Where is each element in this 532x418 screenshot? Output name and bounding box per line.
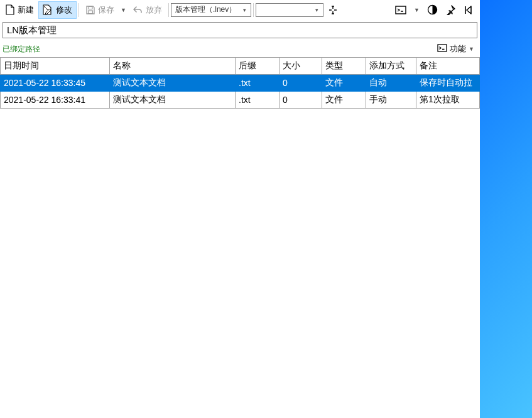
cell-datetime: 2021-05-22 16:33:45: [1, 75, 110, 92]
chevron-down-icon: ▾: [241, 7, 249, 13]
version-table: 日期时间 名称 后缀 大小 类型 添加方式 备注 2021-05-22 16:3…: [0, 57, 480, 109]
function-label: 功能: [450, 43, 466, 55]
terminal-icon: [395, 6, 406, 14]
search-dropdown[interactable]: ▾: [256, 3, 323, 17]
cell-ext: .txt: [236, 92, 280, 109]
app-window: 新建 修改 保存 ▼: [0, 0, 480, 418]
discard-label: 放弃: [146, 4, 162, 16]
toolbar-separator: [168, 3, 169, 17]
save-icon: [85, 5, 95, 15]
version-table-container: 日期时间 名称 后缀 大小 类型 添加方式 备注 2021-05-22 16:3…: [0, 57, 480, 418]
col-add-mode[interactable]: 添加方式: [366, 58, 416, 75]
desktop-background: [480, 0, 532, 418]
terminal-button[interactable]: [391, 1, 410, 19]
table-row[interactable]: 2021-05-22 16:33:41测试文本文档.txt0文件手动第1次拉取: [1, 92, 480, 109]
col-remark[interactable]: 备注: [416, 58, 480, 75]
edit-label: 修改: [56, 4, 72, 16]
undo-icon: [133, 5, 143, 14]
bound-path-status: 已绑定路径: [3, 44, 40, 55]
file-icon: [6, 4, 15, 15]
col-datetime[interactable]: 日期时间: [1, 58, 110, 75]
title-input-row: [0, 19, 480, 41]
pin-icon: [445, 4, 456, 15]
col-size[interactable]: 大小: [280, 58, 322, 75]
function-menu-button[interactable]: 功能 ▼: [434, 41, 477, 56]
skip-start-icon: [464, 5, 472, 15]
save-dropdown-arrow[interactable]: ▼: [119, 1, 128, 19]
contrast-button[interactable]: [423, 1, 442, 19]
cell-remark: 保存时自动拉: [416, 75, 480, 92]
new-button[interactable]: 新建: [1, 1, 38, 19]
cell-type: 文件: [322, 75, 366, 92]
cell-name: 测试文本文档: [110, 92, 236, 109]
toolbar: 新建 修改 保存 ▼: [0, 0, 480, 19]
chevron-down-icon: ▾: [313, 7, 322, 13]
toolbar-right-group: ▼: [391, 1, 479, 19]
text-cursor-icon: [327, 4, 339, 16]
terminal-dropdown-arrow[interactable]: ▼: [410, 1, 423, 19]
svg-rect-2: [396, 6, 406, 14]
filter-dropdown-label: 版本管理（.lnev）: [175, 4, 236, 15]
cell-add_mode: 自动: [366, 75, 416, 92]
col-name[interactable]: 名称: [110, 58, 236, 75]
chevron-down-icon: ▼: [469, 46, 474, 52]
cell-size: 0: [280, 92, 322, 109]
col-ext[interactable]: 后缀: [236, 58, 280, 75]
svg-rect-4: [438, 45, 447, 51]
contrast-icon: [427, 4, 438, 15]
save-button[interactable]: 保存: [81, 1, 119, 19]
svg-rect-1: [89, 11, 93, 14]
discard-button[interactable]: 放弃: [128, 1, 166, 19]
cell-size: 0: [280, 75, 322, 92]
cell-type: 文件: [322, 92, 366, 109]
cursor-tool-button[interactable]: [323, 1, 342, 19]
filter-dropdown[interactable]: 版本管理（.lnev） ▾: [171, 3, 251, 17]
new-label: 新建: [18, 4, 34, 16]
cell-ext: .txt: [236, 75, 280, 92]
skip-start-button[interactable]: [460, 1, 476, 19]
table-row[interactable]: 2021-05-22 16:33:45测试文本文档.txt0文件自动保存时自动拉: [1, 75, 480, 92]
cell-datetime: 2021-05-22 16:33:41: [1, 92, 110, 109]
pin-button[interactable]: [442, 1, 460, 19]
title-input[interactable]: [3, 22, 477, 38]
save-label: 保存: [98, 4, 114, 16]
edit-button[interactable]: 修改: [38, 1, 77, 19]
cell-add_mode: 手动: [366, 92, 416, 109]
status-row: 已绑定路径 功能 ▼: [0, 41, 480, 57]
col-type[interactable]: 类型: [322, 58, 366, 75]
toolbar-separator: [79, 3, 79, 17]
cell-remark: 第1次拉取: [416, 92, 480, 109]
cell-name: 测试文本文档: [110, 75, 236, 92]
svg-rect-0: [89, 6, 92, 9]
edit-icon: [43, 4, 53, 15]
table-header-row: 日期时间 名称 后缀 大小 类型 添加方式 备注: [1, 58, 480, 75]
terminal-icon: [437, 44, 447, 54]
toolbar-separator: [253, 3, 254, 17]
